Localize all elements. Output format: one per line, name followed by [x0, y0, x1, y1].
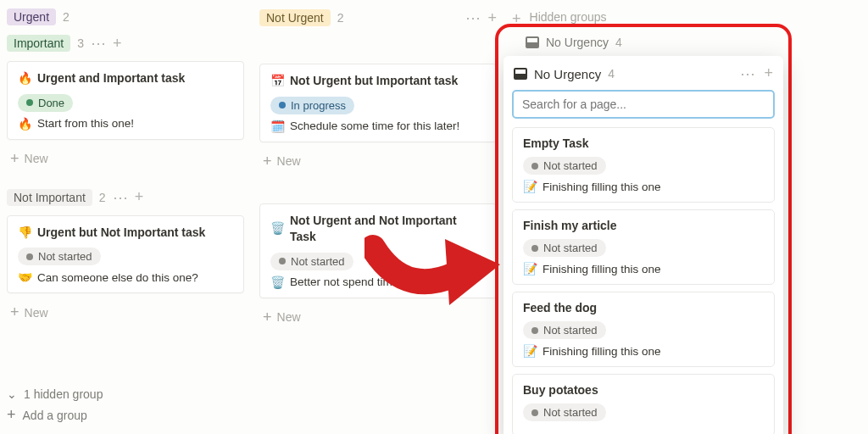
- plus-icon: +: [263, 309, 272, 326]
- status-dot: [26, 253, 33, 260]
- status-dot: [279, 102, 286, 108]
- status-dot: [26, 99, 33, 106]
- schedule-icon: 🗓️: [270, 120, 285, 133]
- status-badge: Not started: [523, 403, 606, 421]
- handshake-icon: 🤝: [18, 270, 32, 284]
- chevron-down-icon: ⌄: [7, 387, 17, 401]
- status-badge: Not started: [523, 321, 606, 339]
- status-badge: Not started: [270, 253, 353, 270]
- card-description: 🗑️ Better not spend time on: [270, 275, 486, 289]
- card-title-text: Empty Task: [523, 136, 764, 150]
- card-title-text: Urgent but Not Important task: [37, 225, 205, 242]
- ghost-title: No Urgency: [546, 36, 609, 49]
- add-icon[interactable]: +: [135, 188, 144, 206]
- task-card[interactable]: 🗑️ Not Urgent and Not Important Task Not…: [259, 203, 497, 298]
- more-icon[interactable]: [113, 188, 128, 207]
- search-input[interactable]: [512, 90, 775, 119]
- no-urgency-popup: No Urgency 4 No Urgency 4 + Empty Task N…: [495, 24, 792, 434]
- status-dot: [531, 245, 538, 252]
- card-title-text: Not Urgent but Important task: [290, 73, 458, 90]
- card-title-text: Buy potatoes: [523, 383, 764, 397]
- column-urgent: Urgent 2 Important 3 + 🔥 Urgent and Impo…: [7, 8, 244, 331]
- hidden-group-toggle[interactable]: ⌄ 1 hidden group: [7, 387, 103, 401]
- dropdown-panel: No Urgency 4 + Empty Task Not started 📝F…: [504, 56, 783, 434]
- status-badge: Not started: [18, 248, 101, 265]
- card-description: 🗓️ Schedule some time for this later!: [270, 120, 486, 133]
- memo-icon: 📝: [523, 262, 537, 275]
- task-card[interactable]: Feed the dog Not started 📝Finishing fill…: [512, 292, 775, 367]
- plus-icon: +: [263, 153, 272, 170]
- board-footer: ⌄ 1 hidden group + Add a group: [7, 382, 103, 424]
- memo-icon: 📝: [523, 180, 537, 193]
- column-header-not-urgent: Not Urgent 2 +: [259, 8, 497, 27]
- new-task-button[interactable]: +New: [259, 147, 497, 175]
- more-icon[interactable]: [740, 64, 755, 83]
- card-description: 📝Finishing filling this one: [523, 180, 764, 193]
- card-description: 🔥 Start from this one!: [18, 117, 233, 131]
- card-description: 📝Finishing filling this one: [523, 262, 764, 275]
- row-header-important: Important 3 +: [7, 34, 244, 53]
- more-icon[interactable]: [91, 34, 106, 53]
- column-not-urgent: Not Urgent 2 + 📅 Not Urgent but Importan…: [259, 8, 497, 331]
- importance-tag-important[interactable]: Important: [7, 35, 70, 52]
- hidden-groups-label: Hidden groups: [530, 10, 607, 24]
- card-title: 👎 Urgent but Not Important task: [18, 225, 233, 242]
- add-icon[interactable]: +: [113, 35, 122, 53]
- importance-tag-not-important[interactable]: Not Important: [7, 189, 92, 206]
- status-badge: Not started: [523, 157, 606, 175]
- status-dot: [531, 409, 538, 416]
- add-group-button[interactable]: + Add a group: [7, 406, 103, 424]
- add-icon[interactable]: +: [764, 64, 773, 83]
- task-card[interactable]: Empty Task Not started 📝Finishing fillin…: [512, 127, 775, 203]
- calendar-icon: 📅: [270, 73, 285, 90]
- status-dot: [531, 163, 538, 170]
- card-title-text: Feed the dog: [523, 301, 764, 314]
- plus-icon: +: [7, 406, 16, 424]
- inbox-icon: [514, 68, 527, 80]
- card-title-text: Finish my article: [523, 219, 764, 232]
- card-title: 🗑️ Not Urgent and Not Important Task: [270, 213, 486, 246]
- card-title-text: Not Urgent and Not Important Task: [290, 213, 486, 246]
- fire-icon: 🔥: [18, 70, 32, 87]
- plus-icon: +: [10, 303, 19, 321]
- status-dot: [279, 258, 286, 264]
- card-title: 🔥 Urgent and Important task: [18, 70, 233, 87]
- more-icon[interactable]: [465, 8, 481, 27]
- column-count: 2: [63, 10, 70, 24]
- thumbs-down-icon: 👎: [18, 225, 32, 242]
- task-card[interactable]: 👎 Urgent but Not Important task Not star…: [7, 215, 244, 294]
- status-badge: Done: [18, 94, 73, 112]
- row-header-not-important: Not Important 2 +: [7, 188, 244, 207]
- panel-count: 4: [608, 67, 615, 81]
- row-count: 3: [77, 36, 84, 50]
- memo-icon: 📝: [523, 344, 537, 358]
- task-card[interactable]: 🔥 Urgent and Important task Done 🔥 Start…: [7, 61, 244, 140]
- task-card[interactable]: 📅 Not Urgent but Important task In progr…: [259, 64, 497, 142]
- card-description: 📝Finishing filling this one: [523, 344, 764, 358]
- ghost-count: 4: [615, 36, 622, 49]
- column-count: 2: [337, 11, 344, 25]
- inbox-icon: [526, 36, 539, 48]
- ghost-column-header: No Urgency 4: [504, 32, 783, 56]
- card-title: 📅 Not Urgent but Important task: [270, 73, 486, 90]
- fire-icon: 🔥: [18, 117, 32, 131]
- column-header-urgent: Urgent 2: [7, 8, 244, 25]
- new-task-button[interactable]: +New: [7, 298, 244, 326]
- new-task-button[interactable]: +New: [259, 303, 497, 331]
- card-description: 🤝 Can someone else do this one?: [18, 270, 233, 284]
- panel-header: No Urgency 4 +: [504, 56, 783, 90]
- task-card[interactable]: Finish my article Not started 📝Finishing…: [512, 209, 775, 285]
- highlight-border: No Urgency 4 No Urgency 4 + Empty Task N…: [495, 24, 792, 434]
- urgency-tag-urgent[interactable]: Urgent: [7, 8, 56, 25]
- task-card[interactable]: Buy potatoes Not started: [512, 374, 775, 434]
- status-badge: In progress: [270, 97, 354, 114]
- plus-icon: +: [10, 150, 19, 168]
- card-title-text: Urgent and Important task: [37, 70, 185, 87]
- trash-icon: 🗑️: [270, 220, 285, 237]
- row-count: 2: [99, 191, 106, 204]
- urgency-tag-not-urgent[interactable]: Not Urgent: [259, 9, 331, 26]
- trash-icon: 🗑️: [270, 275, 285, 289]
- status-dot: [531, 327, 538, 334]
- new-task-button[interactable]: +New: [7, 145, 244, 173]
- panel-title: No Urgency: [534, 67, 601, 81]
